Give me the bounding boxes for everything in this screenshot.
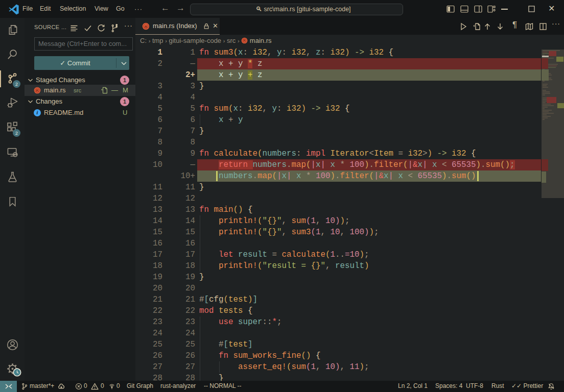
svg-text:R: R <box>243 39 246 42</box>
svg-text:R: R <box>36 88 39 93</box>
svg-text:R: R <box>145 24 148 29</box>
